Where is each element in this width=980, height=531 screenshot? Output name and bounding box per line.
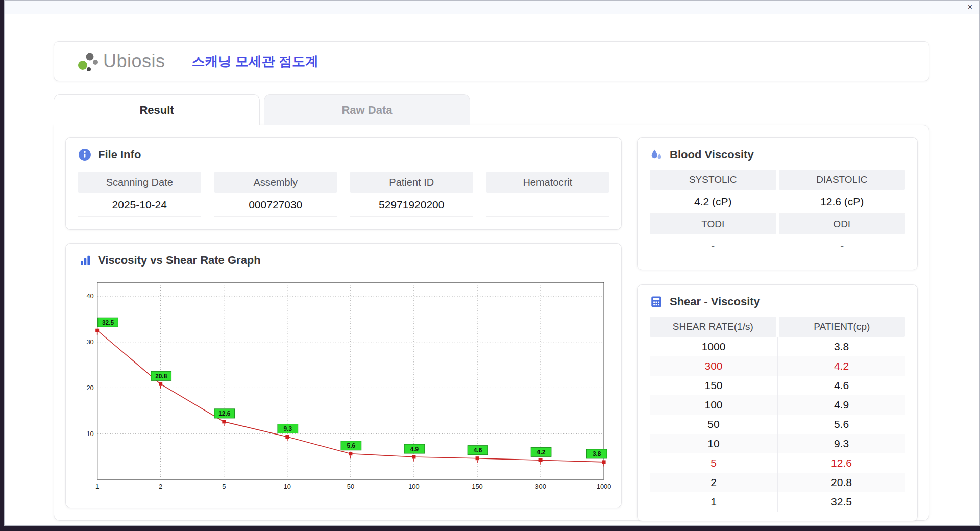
svg-text:100: 100	[408, 482, 420, 490]
shear-rate-cell: 100	[650, 395, 777, 415]
shear-table-row: 1504.6	[650, 376, 905, 395]
patient-cp-cell: 12.6	[777, 453, 905, 473]
field-value: 52971920200	[350, 193, 473, 217]
app-window: × Ubiosis 스캐닝 모세관 점도계 Result Raw Data	[4, 0, 980, 526]
shear-viscosity-title: Shear - Viscosity	[670, 295, 760, 308]
svg-text:4.9: 4.9	[410, 445, 419, 452]
header: Ubiosis 스캐닝 모세관 점도계	[54, 41, 929, 81]
shear-table-row: 512.6	[650, 453, 905, 473]
viscosity-chart: 102030401251050100150300100032.520.812.6…	[75, 274, 612, 495]
shear-rate-cell: 150	[650, 376, 777, 395]
field-label: Hematocrit	[486, 172, 609, 193]
svg-text:5.6: 5.6	[347, 442, 356, 449]
graph-header: Viscosity vs Shear Rate Graph	[79, 254, 612, 267]
field-label: Assembly	[214, 172, 337, 193]
blood-viscosity-section: Blood Viscosity SYSTOLIC DIASTOLIC 4.2 (…	[637, 137, 918, 270]
ubiosis-logo-icon	[77, 50, 100, 73]
svg-text:4.6: 4.6	[474, 447, 482, 454]
svg-text:2: 2	[159, 482, 162, 490]
patient-cp-cell: 4.6	[777, 376, 905, 395]
svg-text:12.6: 12.6	[218, 410, 231, 417]
bar-chart-icon	[79, 254, 91, 267]
patient-cp-cell: 4.9	[777, 395, 905, 415]
field-scanning-date: Scanning Date 2025-10-24	[78, 172, 201, 217]
tab-raw-data[interactable]: Raw Data	[264, 94, 470, 125]
patient-cp-cell: 9.3	[777, 434, 905, 453]
svg-text:1: 1	[95, 482, 99, 490]
blood-viscosity-grid: SYSTOLIC DIASTOLIC 4.2 (cP) 12.6 (cP) TO…	[650, 170, 905, 258]
calculator-icon	[650, 295, 663, 308]
shear-table-row: 10003.8	[650, 337, 905, 356]
svg-text:9.3: 9.3	[284, 425, 292, 432]
shear-rate-cell: 50	[650, 415, 777, 434]
shear-table-row: 109.3	[650, 434, 905, 453]
ubiosis-logo: Ubiosis	[77, 50, 165, 73]
svg-text:4.2: 4.2	[537, 449, 546, 456]
graph-title: Viscosity vs Shear Rate Graph	[98, 254, 261, 267]
svg-text:40: 40	[86, 292, 93, 300]
shear-viscosity-section: Shear - Viscosity SHEAR RATE(1/s) PATIEN…	[637, 284, 918, 521]
page-title: 스캐닝 모세관 점도계	[192, 53, 318, 70]
shear-rate-cell: 10	[650, 434, 777, 453]
svg-text:50: 50	[347, 482, 354, 490]
field-patient-id: Patient ID 52971920200	[350, 172, 473, 217]
svg-text:10: 10	[284, 482, 291, 490]
right-column: Blood Viscosity SYSTOLIC DIASTOLIC 4.2 (…	[637, 137, 918, 508]
svg-text:20: 20	[86, 384, 93, 392]
patient-cp-cell: 5.6	[777, 415, 905, 434]
tab-result[interactable]: Result	[54, 94, 260, 125]
svg-text:3.8: 3.8	[593, 450, 601, 457]
shear-viscosity-rows: 10003.83004.21504.61004.9505.6109.3512.6…	[650, 337, 905, 512]
field-label: Scanning Date	[78, 172, 201, 193]
app-content: Ubiosis 스캐닝 모세관 점도계 Result Raw Data	[5, 14, 979, 521]
blood-viscosity-header: Blood Viscosity	[650, 148, 905, 161]
odi-value: -	[779, 234, 905, 258]
shear-rate-cell: 1	[650, 492, 777, 512]
field-assembly: Assembly 000727030	[214, 172, 337, 217]
graph-section: Viscosity vs Shear Rate Graph 1020304012…	[65, 243, 622, 508]
shear-viscosity-header: Shear - Viscosity	[650, 295, 905, 308]
file-info-fields: Scanning Date 2025-10-24 Assembly 000727…	[78, 172, 609, 217]
field-hematocrit: Hematocrit	[486, 172, 609, 217]
field-label: Patient ID	[350, 172, 473, 193]
shear-table-row: 1004.9	[650, 395, 905, 415]
shear-table-row: 220.8	[650, 473, 905, 492]
shear-table-row: 3004.2	[650, 356, 905, 376]
svg-text:30: 30	[86, 338, 93, 346]
shear-table-header: SHEAR RATE(1/s) PATIENT(cp)	[650, 317, 905, 337]
svg-text:150: 150	[472, 482, 483, 490]
shear-rate-cell: 300	[650, 356, 777, 376]
close-icon[interactable]: ×	[968, 3, 972, 11]
systolic-label: SYSTOLIC	[650, 170, 776, 190]
svg-text:10: 10	[86, 430, 93, 438]
shear-rate-cell: 5	[650, 453, 777, 473]
chart-area: 102030401251050100150300100032.520.812.6…	[75, 274, 612, 500]
file-info-section: File Info Scanning Date 2025-10-24 Assem…	[65, 137, 622, 230]
patient-column-header: PATIENT(cp)	[779, 317, 905, 337]
todi-value: -	[650, 234, 776, 258]
droplet-icon	[650, 148, 663, 161]
file-info-title: File Info	[98, 148, 141, 161]
field-value	[486, 193, 609, 217]
shear-rate-cell: 2	[650, 473, 777, 492]
left-column: File Info Scanning Date 2025-10-24 Assem…	[65, 137, 622, 508]
systolic-value: 4.2 (cP)	[650, 190, 776, 214]
patient-cp-cell: 4.2	[777, 356, 905, 376]
field-value: 000727030	[214, 193, 337, 217]
diastolic-value: 12.6 (cP)	[779, 190, 905, 214]
svg-text:20.8: 20.8	[155, 373, 167, 380]
svg-text:300: 300	[535, 482, 546, 490]
todi-label: TODI	[650, 214, 776, 234]
shear-table-row: 505.6	[650, 415, 905, 434]
svg-text:1000: 1000	[597, 482, 611, 490]
title-bar: ×	[5, 1, 979, 14]
file-info-header: File Info	[78, 148, 609, 161]
tab-bar: Result Raw Data	[54, 94, 979, 125]
shear-rate-cell: 1000	[650, 337, 777, 356]
svg-text:5: 5	[222, 482, 226, 490]
shear-table-row: 132.5	[650, 492, 905, 512]
info-icon	[78, 148, 91, 161]
field-value: 2025-10-24	[78, 193, 201, 217]
odi-label: ODI	[779, 214, 905, 234]
patient-cp-cell: 3.8	[777, 337, 905, 356]
